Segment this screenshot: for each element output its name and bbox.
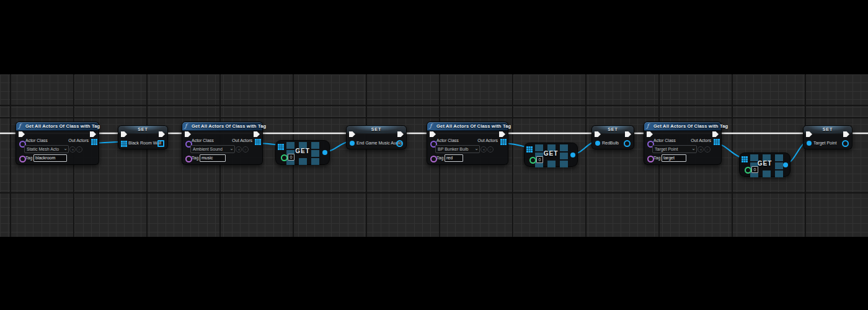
out-actors-label: Out Actors (691, 138, 711, 143)
node-get-all-actors-3[interactable]: ƒ Get All Actors Of Class with Tag Actor… (427, 122, 508, 165)
use-selected-icon[interactable]: ◂ (480, 146, 487, 153)
index-value[interactable]: 0 (536, 156, 543, 163)
blueprint-editor-viewport: ƒ Get All Actors Of Class with Tag Actor… (0, 0, 868, 310)
tag-label: Tag (653, 156, 660, 161)
function-icon: ƒ (19, 123, 20, 129)
element-out-pin[interactable] (322, 150, 327, 155)
array-in-pin[interactable] (278, 144, 280, 146)
node-get-all-actors-4[interactable]: ƒ Get All Actors Of Class with Tag Actor… (644, 122, 722, 165)
function-icon: ƒ (430, 123, 432, 129)
index-pin[interactable] (745, 167, 751, 174)
exec-in-pin[interactable] (185, 131, 191, 137)
node-header[interactable]: SET (347, 126, 406, 133)
exec-in-pin[interactable] (430, 131, 436, 137)
chevron-down-icon: ⌄ (229, 145, 234, 152)
use-selected-icon[interactable]: ◂ (236, 146, 242, 153)
actor-class-label: Actor Class (25, 138, 48, 143)
output-object-pin[interactable] (396, 140, 403, 147)
variable-label: Black Room Wall (128, 141, 161, 146)
browse-icon[interactable]: ⌕ (487, 146, 494, 153)
node-header[interactable]: ƒ Get All Actors Of Class with Tag (644, 122, 721, 131)
element-out-pin[interactable] (783, 162, 788, 167)
exec-out-pin[interactable] (254, 131, 260, 137)
node-title: Get All Actors Of Class with Tag (25, 123, 100, 129)
exec-in-pin[interactable] (647, 131, 653, 137)
index-value[interactable]: 0 (288, 154, 294, 161)
tag-input[interactable] (33, 154, 67, 162)
actor-class-label: Actor Class (653, 138, 676, 143)
node-get-array-element-3[interactable]: GET 0 (739, 153, 790, 177)
variable-object-pin[interactable] (807, 141, 812, 146)
out-actors-label: Out Actors (477, 138, 498, 143)
node-header[interactable]: ƒ Get All Actors Of Class with Tag (427, 122, 508, 131)
node-get-array-element-1[interactable]: GET 0 (275, 140, 330, 165)
out-actors-label: Out Actors (68, 138, 89, 143)
actor-class-label: Actor Class (436, 138, 459, 143)
tag-label: Tag (192, 156, 198, 161)
output-object-pin[interactable] (624, 140, 631, 147)
browse-icon[interactable]: ⌕ (76, 146, 82, 153)
variable-label: RedBulb (602, 141, 619, 146)
tag-input[interactable] (662, 154, 686, 162)
tag-label: Tag (436, 156, 443, 161)
node-title: Get All Actors Of Class with Tag (436, 123, 511, 129)
actor-class-dropdown[interactable]: Ambient Sound⌄ (190, 145, 235, 153)
exec-in-pin[interactable] (19, 131, 25, 137)
variable-object-pin[interactable] (595, 141, 600, 146)
chevron-down-icon: ⌄ (63, 145, 68, 152)
node-title: SET (347, 127, 406, 131)
tag-input[interactable] (200, 154, 226, 162)
element-out-pin[interactable] (570, 153, 575, 157)
node-title: SET (592, 127, 634, 131)
use-selected-icon[interactable]: ◂ (698, 146, 704, 153)
get-label: GET (276, 148, 329, 154)
variable-label: Target Point (813, 141, 836, 146)
node-set-end-game-music-audio[interactable]: SET End Game Music Audio (346, 125, 407, 149)
node-set-target-point[interactable]: SET Target Point (803, 125, 852, 149)
index-pin[interactable] (281, 154, 288, 161)
node-header[interactable]: ƒ Get All Actors Of Class with Tag (182, 122, 262, 131)
browse-icon[interactable]: ⌕ (242, 146, 249, 153)
output-object-pin[interactable] (842, 140, 849, 147)
node-title: SET (804, 127, 852, 131)
node-get-all-actors-1[interactable]: ƒ Get All Actors Of Class with Tag Actor… (16, 122, 99, 165)
exec-out-pin[interactable] (712, 131, 719, 137)
node-title: SET (118, 127, 167, 131)
out-actors-array-pin[interactable] (500, 139, 502, 141)
node-title: Get All Actors Of Class with Tag (192, 123, 266, 129)
function-icon: ƒ (185, 123, 187, 129)
chevron-down-icon: ⌄ (474, 145, 479, 152)
out-actors-label: Out Actors (232, 138, 252, 143)
exec-out-pin[interactable] (90, 131, 96, 137)
output-array-pin[interactable] (157, 140, 164, 147)
node-set-red-bulb[interactable]: SET RedBulb (591, 125, 634, 149)
node-header[interactable]: ƒ Get All Actors Of Class with Tag (16, 122, 99, 131)
index-pin[interactable] (529, 157, 536, 164)
array-in-pin[interactable] (526, 146, 528, 148)
actor-class-label: Actor Class (192, 138, 214, 143)
tag-label: Tag (25, 156, 32, 161)
function-icon: ƒ (647, 123, 649, 129)
tag-input[interactable] (445, 154, 463, 162)
node-set-black-room-wall[interactable]: SET Black Room Wall (118, 125, 168, 149)
chevron-down-icon: ⌄ (691, 145, 696, 152)
variable-object-pin[interactable] (350, 141, 355, 146)
use-selected-icon[interactable]: ◂ (69, 146, 76, 153)
get-label: GET (525, 150, 577, 157)
out-actors-array-pin[interactable] (714, 139, 715, 141)
actor-class-dropdown[interactable]: Target Point⌄ (652, 145, 697, 153)
node-get-all-actors-2[interactable]: ƒ Get All Actors Of Class with Tag Actor… (182, 122, 263, 165)
actor-class-dropdown[interactable]: BP Bunker Bulb⌄ (435, 145, 480, 153)
variable-array-pin[interactable] (121, 141, 123, 143)
index-value[interactable]: 0 (751, 166, 758, 173)
variable-label: End Game Music Audio (356, 141, 402, 146)
browse-icon[interactable]: ⌕ (704, 146, 711, 153)
node-get-array-element-2[interactable]: GET 0 (524, 143, 578, 167)
get-label: GET (740, 160, 790, 167)
out-actors-array-pin[interactable] (91, 139, 93, 141)
exec-out-pin[interactable] (499, 131, 505, 137)
out-actors-array-pin[interactable] (255, 139, 257, 141)
node-title: Get All Actors Of Class with Tag (653, 123, 728, 129)
array-in-pin[interactable] (742, 156, 743, 158)
actor-class-dropdown[interactable]: Static Mesh Acto⌄ (24, 145, 69, 153)
